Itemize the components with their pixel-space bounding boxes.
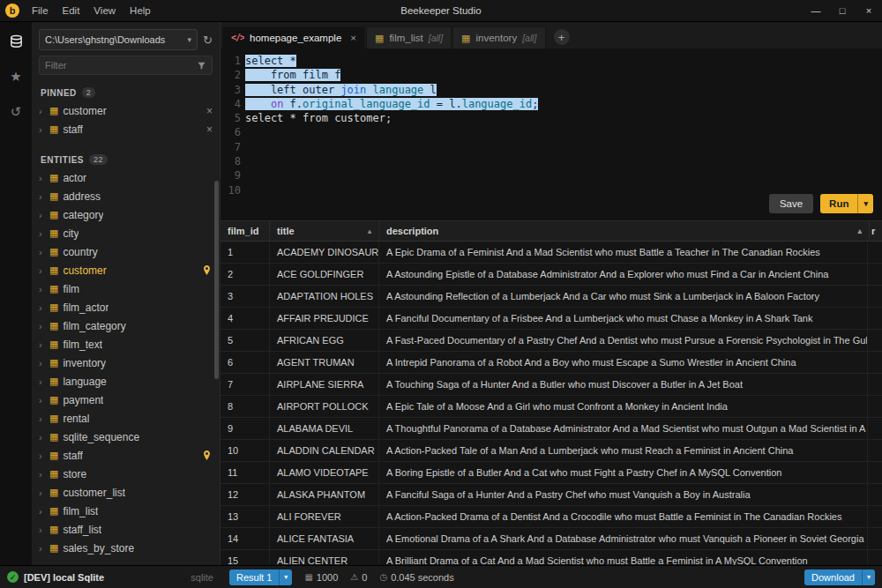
table-row[interactable]: 15ALIEN CENTERA Brilliant Drama of a Cat… <box>220 550 882 565</box>
entity-item-city[interactable]: ›▦city <box>32 224 220 242</box>
entity-item-inventory[interactable]: ›▦inventory <box>32 354 220 372</box>
run-dropdown-icon[interactable]: ▾ <box>857 194 873 213</box>
table-icon: ▦ <box>49 542 58 554</box>
cell-title: ACE GOLDFINGER <box>270 264 379 285</box>
entity-item-film_text[interactable]: ›▦film_text <box>32 335 220 354</box>
table-row[interactable]: 7AIRPLANE SIERRAA Touching Saga of a Hun… <box>220 374 882 396</box>
app-logo[interactable]: b <box>0 4 25 18</box>
tab-film_list[interactable]: ▦film_list[all] <box>366 26 452 48</box>
table-row[interactable]: 10ALADDIN CALENDARA Action-Packed Tale o… <box>220 440 882 462</box>
cell-film-id: 2 <box>220 264 270 285</box>
table-row[interactable]: 1ACADEMY DINOSAURA Epic Drama of a Femin… <box>220 242 882 264</box>
table-row[interactable]: 14ALICE FANTASIAA Emotional Drama of a A… <box>220 528 882 550</box>
table-icon: ▦ <box>49 413 58 424</box>
engine-label: sqlite <box>191 572 213 583</box>
chevron-right-icon: › <box>39 106 45 116</box>
unpin-icon[interactable]: × <box>206 105 213 117</box>
main-area: </>homepage_example×▦film_list[all]▦inve… <box>220 22 882 565</box>
entity-item-sales_by_store[interactable]: ›▦sales_by_store <box>32 539 220 557</box>
close-tab-icon[interactable]: × <box>350 33 356 43</box>
tab-inventory[interactable]: ▦inventory[all] <box>452 26 545 48</box>
result-selector[interactable]: Result 1 ▾ <box>229 569 292 585</box>
download-dropdown-icon[interactable]: ▾ <box>862 569 875 585</box>
menu-help[interactable]: Help <box>123 5 158 16</box>
new-tab-button[interactable]: + <box>554 29 570 45</box>
entity-item-language[interactable]: ›▦language <box>32 372 220 391</box>
entity-item-customer[interactable]: ›▦customer <box>32 261 220 279</box>
menu-edit[interactable]: Edit <box>56 5 87 16</box>
table-icon: ▦ <box>49 301 58 313</box>
cell-film-id: 5 <box>220 330 270 351</box>
sidebar-scrollbar[interactable] <box>214 181 219 379</box>
favorites-nav-button[interactable]: ★ <box>5 66 26 87</box>
refresh-icon[interactable]: ↻ <box>203 33 213 47</box>
tables-nav-button[interactable] <box>5 31 26 52</box>
entity-item-category[interactable]: ›▦category <box>32 205 220 224</box>
cell-title: ACADEMY DINOSAUR <box>270 242 379 263</box>
cell-title: ALICE FANTASIA <box>270 528 379 549</box>
cell-partial <box>868 462 882 483</box>
chevron-right-icon: › <box>39 413 45 424</box>
maximize-button[interactable]: □ <box>829 0 856 22</box>
chevron-right-icon: › <box>39 543 45 554</box>
menu-file[interactable]: File <box>25 5 56 16</box>
menu-view[interactable]: View <box>86 5 123 16</box>
table-row[interactable]: 9ALABAMA DEVILA Thoughtful Panorama of a… <box>220 418 882 440</box>
entity-item-film[interactable]: ›▦film <box>32 279 220 298</box>
entity-item-payment[interactable]: ›▦payment <box>32 391 220 409</box>
chevron-right-icon: › <box>39 488 45 498</box>
unpin-icon[interactable]: × <box>206 123 213 136</box>
entity-item-staff_list[interactable]: ›▦staff_list <box>32 520 220 539</box>
cell-title: ADAPTATION HOLES <box>270 286 379 307</box>
save-button[interactable]: Save <box>769 194 813 213</box>
entity-item-actor[interactable]: ›▦actor <box>32 168 220 187</box>
download-button[interactable]: Download ▾ <box>804 569 875 585</box>
star-icon: ★ <box>10 69 21 85</box>
tab-homepage_example[interactable]: </>homepage_example× <box>222 26 365 48</box>
entity-item-customer_list[interactable]: ›▦customer_list <box>32 483 220 502</box>
entity-item-sqlite_sequence[interactable]: ›▦sqlite_sequence <box>32 428 220 446</box>
table-row[interactable]: 3ADAPTATION HOLESA Astounding Reflection… <box>220 286 882 308</box>
cell-film-id: 11 <box>220 462 270 483</box>
pinned-item-customer[interactable]: ›▦customer× <box>32 101 220 120</box>
pinned-label: PINNED <box>41 88 77 98</box>
connection-path: C:\Users\ghstng\Downloads <box>45 34 184 45</box>
table-row[interactable]: 5AFRICAN EGGA Fast-Paced Documentary of … <box>220 330 882 352</box>
column-header-title[interactable]: title ▴ <box>270 221 379 241</box>
table-row[interactable]: 12ALASKA PHANTOMA Fanciful Saga of a Hun… <box>220 484 882 506</box>
entity-item-rental[interactable]: ›▦rental <box>32 409 220 428</box>
header-collapse-icon[interactable]: ▴ <box>857 227 862 235</box>
table-row[interactable]: 6AGENT TRUMANA Intrepid Panorama of a Ro… <box>220 352 882 374</box>
entity-item-film_list[interactable]: ›▦film_list <box>32 502 220 520</box>
entity-item-address[interactable]: ›▦address <box>32 187 220 205</box>
entity-item-staff[interactable]: ›▦staff <box>32 446 220 465</box>
minimize-button[interactable]: — <box>803 0 829 22</box>
entity-filter-input[interactable]: Filter <box>39 56 213 75</box>
entity-item-country[interactable]: ›▦country <box>32 242 220 261</box>
history-nav-button[interactable]: ↺ <box>5 101 26 123</box>
close-button[interactable]: × <box>856 0 882 22</box>
table-row[interactable]: 8AIRPORT POLLOCKA Epic Tale of a Moose A… <box>220 396 882 418</box>
cell-film-id: 8 <box>220 396 270 417</box>
filter-funnel-icon[interactable] <box>197 61 206 71</box>
column-header-partial[interactable]: r <box>870 221 882 241</box>
table-row[interactable]: 11ALAMO VIDEOTAPEA Boring Epistle of a B… <box>220 462 882 484</box>
table-row[interactable]: 2ACE GOLDFINGERA Astounding Epistle of a… <box>220 264 882 286</box>
column-header-description[interactable]: description ▴ <box>379 221 870 241</box>
entity-item-store[interactable]: ›▦store <box>32 465 220 483</box>
table-row[interactable]: 13ALI FOREVERA Action-Packed Drama of a … <box>220 506 882 528</box>
cell-partial <box>868 352 882 373</box>
connection-selector[interactable]: C:\Users\ghstng\Downloads ▾ <box>39 29 198 50</box>
column-header-film-id[interactable]: film_id <box>220 221 270 241</box>
chevron-down-icon: ▾ <box>188 35 192 44</box>
sql-editor[interactable]: 12345678910 select * from film f left ou… <box>220 48 882 220</box>
table-icon: ▦ <box>49 320 58 331</box>
entity-item-film_actor[interactable]: ›▦film_actor <box>32 298 220 316</box>
entity-item-film_category[interactable]: ›▦film_category <box>32 316 220 335</box>
result-dropdown-icon[interactable]: ▾ <box>279 569 292 585</box>
warning-icon: ⚠ <box>350 572 358 582</box>
pinned-item-staff[interactable]: ›▦staff× <box>32 120 220 138</box>
table-row[interactable]: 4AFFAIR PREJUDICEA Fanciful Documentary … <box>220 308 882 330</box>
status-bar: ✓ [DEV] local Sqlite sqlite Result 1 ▾ ▦… <box>0 565 882 588</box>
run-button[interactable]: Run ▾ <box>820 194 873 213</box>
